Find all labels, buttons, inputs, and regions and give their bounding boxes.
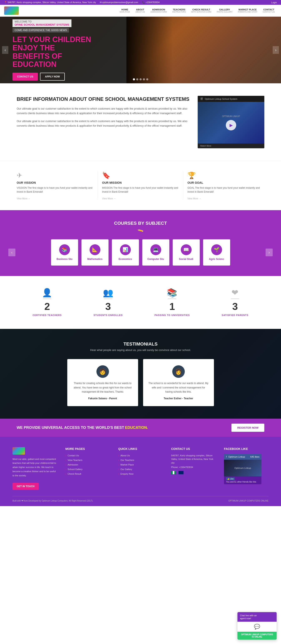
- mission-more[interactable]: View More →: [102, 197, 179, 200]
- header: HOME MAIN PAGE ABOUT ABOUT US ADMISSION …: [0, 5, 281, 17]
- courses-title: COURSES BY SUBJECT: [8, 220, 273, 226]
- footer-link-admission[interactable]: Admission: [66, 463, 110, 466]
- nav-check-result[interactable]: CHECK RESULT WITH SCRATCH CARD: [189, 8, 213, 14]
- stat-divider-4: [231, 298, 239, 299]
- nav-gallery[interactable]: GALLERY PHOTO GALLERY: [214, 8, 234, 14]
- course-card-math[interactable]: 📐 Mathematics: [82, 239, 108, 266]
- stat-passing-universities: 📚 1 PASSING TO UNIVERSITIES: [154, 288, 190, 316]
- video-box: 🎬 Optimum Linkup School System Optimum L…: [198, 96, 264, 148]
- stat-passing-label: PASSING TO UNIVERSITIES: [154, 314, 190, 316]
- goal-item: 🏆 OUR GOAL GOAL The first stage is to ha…: [188, 172, 264, 200]
- login-link[interactable]: Login: [271, 1, 277, 4]
- footer-quick-gallery[interactable]: Our Gallery: [118, 468, 163, 471]
- footer-quick-enquiry[interactable]: Enquiry Now: [118, 472, 163, 476]
- stat-teacher-icon: 👤: [42, 288, 52, 297]
- footer-link-teachers[interactable]: View Teachers: [66, 458, 110, 462]
- testimonials-content: TESTIMONIALS Hear what people are saying…: [17, 341, 264, 406]
- course-icon-agric: 🌱: [211, 244, 222, 255]
- footer-link-check-result[interactable]: Check Result: [66, 472, 110, 476]
- stat-teacher-count: 2: [44, 301, 50, 312]
- nav-market-place[interactable]: MARKET PLACE PARENTS AND STAFF: [236, 8, 259, 14]
- testimonial-1-avatar: 🧑: [96, 365, 109, 378]
- hero-prev-button[interactable]: ‹: [2, 46, 8, 54]
- nav-about[interactable]: ABOUT ABOUT US: [133, 8, 147, 14]
- stat-passing-icon: 📚: [167, 288, 177, 297]
- footer-col-more-pages: MORE PAGES Contact Us View Teachers Admi…: [66, 447, 110, 490]
- video-header: 🎬 Optimum Linkup School System: [198, 96, 264, 102]
- stat-divider-1: [43, 298, 51, 299]
- courses-divider: ✏️: [8, 228, 273, 233]
- testimonials-subtitle: Hear what people are saying about us, yo…: [17, 348, 264, 352]
- mission-icon: 🔖: [102, 172, 179, 179]
- about-para-2: Our ultimate goal is our customer satisf…: [17, 119, 189, 128]
- footer-link-gallery[interactable]: School Gallery: [66, 468, 110, 471]
- stat-passing-count: 1: [169, 301, 175, 312]
- phone-icon: 📞: [142, 1, 145, 4]
- email-icon: ✉: [100, 1, 102, 4]
- course-card-agric[interactable]: 🌱 Agric Scienc: [203, 239, 230, 266]
- address-info: 📍 546787, Kertz shopping complex, Silico…: [4, 1, 96, 4]
- phone-info: 📞 +1564783934: [142, 1, 160, 4]
- footer-col-quick-links: QUICK LINKS About Us Our Teachers Market…: [118, 447, 163, 490]
- nav-contact[interactable]: CONTACT CONTACT US: [260, 8, 277, 14]
- nav-admission[interactable]: ADMISSION ADMISSION FORM: [148, 8, 169, 14]
- nav-teachers[interactable]: TEACHERS INSTRUCTORS: [170, 8, 188, 14]
- stat-teacher-label: CERTIFIED TEACHERS: [32, 314, 62, 316]
- courses-grid: ‹ 📚 Business Stu 📐 Mathematics 📊 Economi…: [8, 239, 273, 266]
- play-button[interactable]: ▶: [226, 120, 236, 130]
- hero-apply-button[interactable]: APPLY NOW: [40, 73, 65, 80]
- stats-section: 👤 2 CERTIFIED TEACHERS 👥 3 STUDENTS ENRO…: [0, 276, 281, 329]
- footer-link-contact[interactable]: Contact Us: [66, 454, 110, 457]
- video-icon: 🎬: [200, 98, 203, 100]
- hero-dot-4[interactable]: [143, 78, 145, 80]
- stat-parents-count: 3: [232, 301, 238, 312]
- stat-parents-label: SATISFIED PARENTS: [222, 314, 248, 316]
- footer-brand: OPTIMUM LINKUP COMPUTERS ONLINE: [228, 500, 268, 502]
- hero-next-button[interactable]: ›: [273, 46, 279, 54]
- course-card-business[interactable]: 📚 Business Stu: [51, 239, 78, 266]
- course-card-computer[interactable]: 💻 Computer Stu: [142, 239, 169, 266]
- stat-students-count: 3: [106, 301, 111, 312]
- course-card-economics[interactable]: 📊 Economics: [112, 239, 139, 266]
- hero-dot-1[interactable]: [133, 78, 135, 80]
- testimonial-1: 🧑 Thanks for creating schools like this …: [67, 359, 138, 406]
- mvg-divider-1: [98, 172, 98, 200]
- hero-dot-5[interactable]: [146, 78, 148, 80]
- footer-quick-teachers[interactable]: Our Teachers: [118, 458, 163, 462]
- hero-dot-3[interactable]: [140, 78, 142, 80]
- course-card-social[interactable]: 📖 Social Studi: [173, 239, 200, 266]
- hero-subtitle: COME AND EXPERIENCE THE GOOD NEWS: [12, 28, 69, 32]
- stat-divider-3: [168, 298, 176, 299]
- flag-uk: [178, 471, 184, 474]
- course-icon-math: 📐: [90, 244, 100, 255]
- top-bar: 📍 546787, Kertz shopping complex, Silico…: [0, 0, 281, 5]
- about-section: BRIEF INFORMATION ABOUT OFINE SCHOOL MAN…: [0, 83, 281, 161]
- fb-thumbnail: Optimum Linkup: [224, 460, 262, 476]
- hero-contact-button[interactable]: CONTACT US: [12, 73, 38, 80]
- courses-next-button[interactable]: ›: [266, 249, 273, 256]
- get-in-touch-button[interactable]: GET IN TOUCH: [12, 483, 39, 490]
- course-icon-computer: 💻: [150, 244, 161, 255]
- course-icon-business: 📚: [59, 244, 70, 255]
- courses-prev-button[interactable]: ‹: [8, 249, 16, 256]
- vision-more[interactable]: View More →: [17, 197, 94, 200]
- footer-quick-about[interactable]: About Us: [118, 454, 163, 457]
- footer-col-facebook: FACEBOOK LIKE f Optimum Linkup 645 likes…: [224, 447, 268, 490]
- mvg-section: ✈ OUR VISSION VISSION The first stage is…: [0, 161, 281, 210]
- course-icon-economics: 📊: [120, 244, 131, 255]
- nav-home[interactable]: HOME MAIN PAGE: [118, 8, 132, 14]
- footer-quick-market[interactable]: Market Place: [118, 463, 163, 466]
- facebook-box: f Optimum Linkup 645 likes Optimum Linku…: [224, 454, 262, 484]
- hero-headline: LET YOUR CHILDREN ENJOY THE BENEFITS OF …: [12, 36, 92, 68]
- hero-dot-2[interactable]: [136, 78, 138, 80]
- cta-text: WE PROVIDE UNIVERSAL ACCESS TO THE WORLD…: [17, 426, 148, 430]
- register-now-button[interactable]: REGISTER NOW: [232, 424, 264, 432]
- testimonial-1-author: Fakunle Salawu - Parent: [72, 397, 133, 400]
- footer-col-contact: CONTACT US 546787, Kertz shopping comple…: [171, 447, 216, 490]
- logo: [4, 6, 19, 15]
- about-para-1: Our ultimate goal is our customer satisf…: [17, 106, 189, 116]
- footer-bottom: Built with ❤ from Developed by Optimum L…: [12, 496, 268, 502]
- stat-students-enrolled: 👥 3 STUDENTS ENROLLED: [94, 288, 123, 316]
- goal-more[interactable]: View More →: [188, 197, 264, 200]
- video-thumbnail[interactable]: Optimum Linkup ▶: [198, 102, 264, 144]
